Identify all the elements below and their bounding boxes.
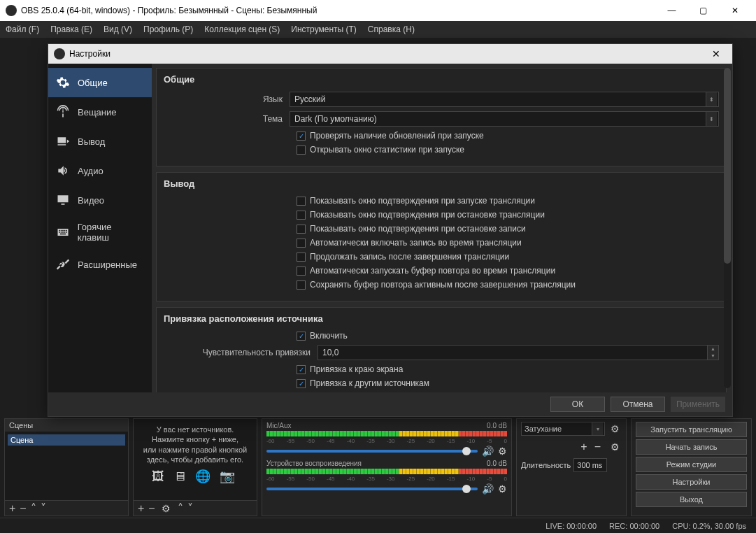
close-button[interactable]: ✕ (719, 0, 750, 21)
ok-button[interactable]: ОК (550, 397, 605, 412)
checkbox-label: Продолжать запись после завершения транс… (310, 252, 509, 262)
source-down-button[interactable]: ˅ (187, 502, 193, 515)
menu-edit[interactable]: Правка (E) (50, 24, 92, 34)
volume-slider[interactable] (266, 450, 478, 453)
check-updates-checkbox[interactable] (297, 132, 306, 141)
sidebar-item-video[interactable]: Видео (48, 185, 152, 215)
snap-enable-checkbox[interactable] (297, 332, 306, 341)
status-live: LIVE: 00:00:00 (545, 522, 597, 530)
confirm-stop-record-checkbox[interactable] (297, 225, 306, 234)
chevron-up-icon[interactable]: ▲ (708, 346, 718, 353)
gear-icon[interactable]: ⚙ (498, 483, 507, 495)
open-stats-checkbox[interactable] (297, 145, 306, 155)
dialog-close-button[interactable]: ✕ (706, 48, 727, 59)
menu-scene-collection[interactable]: Коллекция сцен (S) (204, 24, 280, 34)
status-rec: REC: 00:00:00 (609, 522, 659, 530)
scenes-header: Сцены (5, 419, 128, 432)
scene-item[interactable]: Сцена (8, 434, 125, 446)
chevron-down-icon: ▾ (592, 422, 603, 435)
snap-other-sources-checkbox[interactable] (297, 379, 306, 388)
sidebar-item-stream[interactable]: Вещание (48, 97, 152, 127)
mixer-track-db: 0.0 dB (487, 422, 507, 429)
source-settings-button[interactable]: ⚙ (159, 502, 173, 516)
chevron-down-icon[interactable]: ▼ (708, 353, 718, 360)
app-icon (54, 48, 65, 59)
sidebar-item-label: Расширенные (78, 260, 137, 270)
confirm-stop-stream-checkbox[interactable] (297, 211, 306, 220)
studio-mode-button[interactable]: Режим студии (636, 457, 747, 472)
source-add-button[interactable]: + (138, 502, 144, 515)
speaker-icon[interactable]: 🔊 (482, 483, 494, 495)
snap-sensitivity-input[interactable]: 10,0 ▲▼ (318, 345, 719, 360)
gear-icon[interactable]: ⚙ (498, 446, 507, 457)
keep-replay-buffer-checkbox[interactable] (297, 280, 306, 290)
snap-sensitivity-value: 10,0 (322, 348, 338, 357)
transition-select-value: Затухание (525, 425, 562, 433)
scene-remove-button[interactable]: − (20, 502, 26, 515)
menu-help[interactable]: Справка (H) (368, 24, 415, 34)
mixer-panel: Mic/Aux 0.0 dB -60-55-50-45-40-35-30-25-… (262, 418, 512, 516)
duration-label: Длительность (521, 461, 571, 469)
auto-replay-buffer-checkbox[interactable] (297, 266, 306, 276)
transition-settings-button[interactable]: ⚙ (608, 422, 622, 436)
speaker-icon[interactable]: 🔊 (482, 446, 494, 457)
sidebar-item-advanced[interactable]: Расширенные (48, 250, 152, 279)
sidebar-item-audio[interactable]: Аудио (48, 156, 152, 185)
monitor-icon (55, 192, 71, 208)
minimize-button[interactable]: — (656, 0, 687, 21)
source-remove-button[interactable]: − (148, 502, 155, 515)
maximize-button[interactable]: ▢ (687, 0, 719, 21)
theme-label: Тема (164, 114, 290, 124)
snap-sensitivity-label: Чувствительность привязки (164, 348, 318, 357)
checkbox-label: Автоматически запускать буфер повтора во… (310, 266, 555, 276)
duration-value: 300 ms (577, 461, 602, 469)
menubar: Файл (F) Правка (E) Вид (V) Профиль (P) … (0, 21, 756, 38)
menu-view[interactable]: Вид (V) (104, 24, 132, 34)
transition-add-button[interactable]: + (580, 441, 587, 453)
chevron-updown-icon: ⬍ (706, 92, 717, 106)
menu-profile[interactable]: Профиль (P) (143, 24, 193, 34)
source-up-button[interactable]: ˄ (178, 502, 183, 515)
start-recording-button[interactable]: Начать запись (636, 439, 747, 455)
sidebar-item-hotkeys[interactable]: Горячие клавиш (48, 215, 152, 250)
start-streaming-button[interactable]: Запустить трансляцию (636, 422, 747, 437)
transition-select[interactable]: Затухание ▾ (521, 422, 605, 436)
app-icon (6, 5, 17, 16)
settings-sidebar: Общие Вещание Вывод Аудио Видео (48, 64, 152, 392)
settings-dialog: Настройки ✕ Общие Вещание Вывод (48, 43, 733, 417)
sources-empty-text: У вас нет источников. (139, 425, 251, 434)
checkbox-label: Показывать окно подтверждения при запуск… (310, 196, 535, 206)
duration-input[interactable]: 300 ms (573, 458, 607, 472)
auto-record-checkbox[interactable] (297, 239, 306, 248)
scene-add-button[interactable]: + (9, 502, 15, 515)
theme-select[interactable]: Dark (По умолчанию) ⬍ (290, 111, 719, 127)
transitions-panel: Затухание ▾ ⚙ + − ⚙ Длительность 300 ms (516, 418, 627, 516)
menu-tools[interactable]: Инструменты (T) (291, 24, 356, 34)
settings-button[interactable]: Настройки (636, 474, 747, 490)
cancel-button[interactable]: Отмена (611, 397, 665, 412)
confirm-start-stream-checkbox[interactable] (297, 197, 306, 206)
sidebar-item-output[interactable]: Вывод (48, 127, 152, 156)
snap-screen-edge-checkbox[interactable] (297, 365, 306, 374)
audio-meter (266, 469, 507, 474)
exit-button[interactable]: Выход (636, 492, 747, 507)
scene-down-button[interactable]: ˅ (41, 502, 46, 515)
window-title: OBS 25.0.4 (64-bit, windows) - Профиль: … (21, 6, 656, 15)
statusbar: LIVE: 00:00:00 REC: 00:00:00 CPU: 0.2%, … (0, 518, 756, 533)
transition-remove-button[interactable]: − (594, 441, 601, 453)
volume-slider[interactable] (266, 488, 478, 490)
keep-recording-checkbox[interactable] (297, 253, 306, 262)
language-select[interactable]: Русский ⬍ (290, 92, 719, 107)
gear-icon[interactable]: ⚙ (608, 440, 622, 454)
menu-file[interactable]: Файл (F) (6, 24, 39, 34)
tools-icon (55, 257, 71, 272)
apply-button[interactable]: Применить (671, 397, 725, 412)
sidebar-item-general[interactable]: Общие (48, 68, 152, 97)
theme-value: Dark (По умолчанию) (294, 114, 377, 124)
chevron-updown-icon: ⬍ (706, 112, 717, 126)
scene-up-button[interactable]: ˄ (31, 502, 36, 515)
scrollbar[interactable] (724, 68, 731, 388)
group-title: Привязка расположения источника (164, 313, 719, 324)
sources-placeholder-icons: 🖼 🖥 🌐 📷 (139, 469, 251, 485)
checkbox-label: Привязка к краю экрана (310, 364, 403, 374)
